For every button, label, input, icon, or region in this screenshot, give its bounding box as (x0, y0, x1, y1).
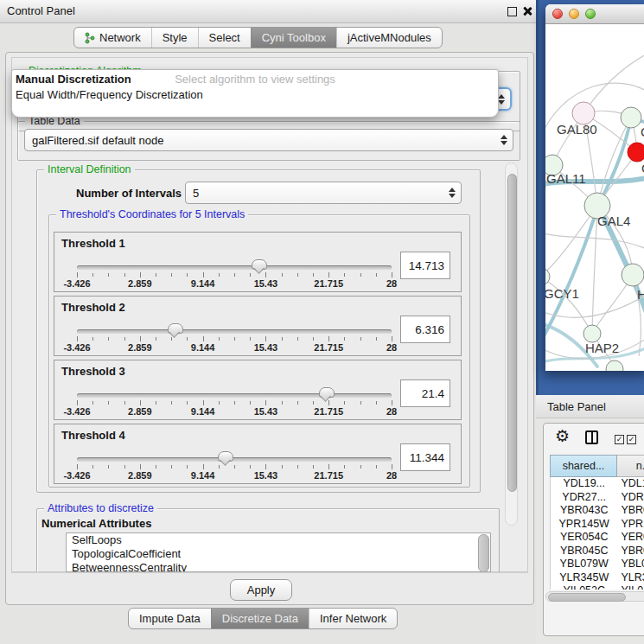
apply-button[interactable]: Apply (230, 579, 292, 601)
cell[interactable]: YDR2 (617, 491, 644, 505)
slider-tick (360, 401, 361, 405)
cell[interactable]: YBR0 (617, 545, 644, 558)
cell[interactable]: YDR27... (551, 491, 617, 505)
split-columns-icon[interactable] (585, 430, 598, 444)
table-row[interactable]: YER054CYER0 (551, 531, 644, 545)
cell[interactable]: YBR045C (551, 545, 617, 558)
network-view-window[interactable]: GAL80 GA C GAL11 GAL4 GCY1 H HAP2 (545, 4, 644, 371)
cell[interactable]: YBR043C (551, 504, 617, 518)
tab-style[interactable]: Style (151, 28, 198, 48)
table-row[interactable]: YBR043CYBR0 (551, 504, 644, 518)
list-item[interactable]: BetweennessCentrality (67, 561, 490, 572)
slider-tick (344, 465, 345, 469)
node-red-selected[interactable] (628, 143, 644, 162)
slider-track[interactable] (77, 457, 392, 462)
table-data-combobox[interactable]: galFiltered.sif default node (24, 129, 513, 151)
tab-label: Infer Network (320, 612, 386, 625)
network-window-titlebar[interactable] (545, 4, 644, 24)
combo-value: galFiltered.sif default node (32, 134, 163, 147)
cell[interactable]: YBL079W (551, 558, 617, 571)
cell[interactable]: YDL19... (551, 477, 617, 491)
panel-scrollbar[interactable] (505, 163, 518, 526)
table-row[interactable]: YDL19...YDL1 (551, 477, 644, 491)
close-traffic-light-icon[interactable] (552, 9, 563, 19)
threshold-slider[interactable]: -3.4262.8599.14415.4321.71528 (77, 392, 392, 418)
combo-stepper-icon (449, 182, 456, 203)
close-icon[interactable] (522, 6, 532, 16)
checkbox-icon[interactable]: ✓ (615, 435, 624, 444)
tab-impute-data[interactable]: Impute Data (129, 609, 211, 628)
table-row[interactable]: YLR345WYLR3 (551, 571, 644, 585)
list-item[interactable]: TopologicalCoefficient (67, 547, 490, 561)
group-title: Attributes to discretize (44, 502, 157, 514)
node-h[interactable] (622, 264, 644, 286)
num-intervals-combobox[interactable]: 5 (185, 182, 462, 204)
table-hscrollbar[interactable] (545, 591, 644, 602)
tab-select[interactable]: Select (198, 28, 251, 48)
scrollbar-thumb[interactable] (548, 593, 626, 602)
cell[interactable]: YBR0 (617, 504, 644, 518)
tab-label: Network (99, 31, 141, 44)
slider-tick (187, 273, 188, 277)
table-row[interactable]: YBR045CYBR0 (551, 545, 644, 558)
table-panel-title: Table Panel (547, 400, 606, 413)
node-ga[interactable] (621, 107, 641, 128)
slider-tick (265, 400, 266, 405)
network-canvas[interactable]: GAL80 GA C GAL11 GAL4 GCY1 H HAP2 (545, 24, 644, 371)
slider-tick (313, 465, 314, 469)
slider-thumb[interactable] (252, 259, 267, 270)
scrollbar-thumb[interactable] (507, 174, 517, 492)
threshold-slider[interactable]: -3.4262.8599.14415.4321.71528 (77, 264, 392, 290)
cell[interactable]: YER0 (617, 531, 644, 545)
slider-thumb[interactable] (168, 323, 183, 334)
cell[interactable]: YBL0 (617, 558, 644, 571)
threshold-slider[interactable]: -3.4262.8599.14415.4321.71528 (77, 328, 392, 354)
table-row[interactable]: YPR145WYPR1 (551, 518, 644, 532)
slider-scale-label: 9.144 (191, 278, 215, 289)
tab-network[interactable]: Network (74, 28, 151, 48)
table-row[interactable]: YDR27...YDR2 (551, 491, 644, 505)
column-header-shared-name[interactable]: shared... (550, 455, 617, 477)
tab-cyni-toolbox[interactable]: Cyni Toolbox (251, 28, 336, 48)
cell[interactable]: YLR345W (551, 571, 617, 585)
dropdown-option-equal-width[interactable]: Equal Width/Frequency Discretization (12, 87, 498, 103)
threshold-value-field[interactable]: 14.713 (400, 252, 450, 279)
slider-scale-label: 15.43 (254, 278, 278, 289)
table-row[interactable]: YBL079WYBL0 (551, 558, 644, 571)
tab-jactivemnodules[interactable]: jActiveMNodules (336, 28, 442, 48)
tab-discretize-data[interactable]: Discretize Data (211, 609, 309, 628)
node-hap2[interactable] (583, 325, 601, 342)
threshold-value-field[interactable]: 11.344 (400, 443, 450, 471)
cell[interactable]: YIL052C (551, 584, 617, 590)
slider-thumb[interactable] (319, 387, 335, 398)
float-window-icon[interactable] (507, 7, 517, 16)
slider-track[interactable] (77, 265, 392, 270)
cell[interactable]: YDL1 (617, 477, 644, 491)
network-icon (85, 32, 95, 44)
cell[interactable]: YLR3 (617, 571, 644, 585)
num-intervals-label: Number of Intervals (76, 187, 182, 200)
tab-infer-network[interactable]: Infer Network (309, 609, 397, 628)
cell[interactable]: YPR145W (551, 518, 617, 532)
slider-track[interactable] (77, 393, 392, 398)
node-partial[interactable] (606, 360, 623, 371)
slider-tick (282, 273, 283, 277)
zoom-traffic-light-icon[interactable] (585, 9, 596, 19)
list-item[interactable]: SelfLoops (67, 533, 490, 547)
threshold-value-field[interactable]: 6.316 (400, 316, 450, 343)
cell[interactable]: YPR1 (617, 518, 644, 532)
list-scrollbar[interactable] (478, 534, 489, 572)
numerical-attributes-list[interactable]: SelfLoops TopologicalCoefficient Between… (66, 532, 491, 572)
checkbox-icon[interactable]: ✓ (627, 435, 636, 444)
cell[interactable]: YIL0 (617, 584, 644, 590)
column-header-name[interactable]: n... (617, 455, 644, 477)
threshold-slider[interactable]: -3.4262.8599.14415.4321.71528 (77, 456, 392, 481)
gear-icon[interactable]: ⚙ (555, 427, 570, 446)
slider-thumb[interactable] (218, 451, 233, 462)
slider-track[interactable] (77, 329, 392, 334)
minimize-traffic-light-icon[interactable] (569, 9, 579, 19)
cell[interactable]: YER054C (551, 531, 617, 545)
slider-scale: -3.4262.8599.14415.4321.71528 (77, 464, 392, 481)
table-row[interactable]: YIL052CYIL0 (551, 584, 644, 590)
threshold-value-field[interactable]: 21.4 (400, 379, 450, 407)
